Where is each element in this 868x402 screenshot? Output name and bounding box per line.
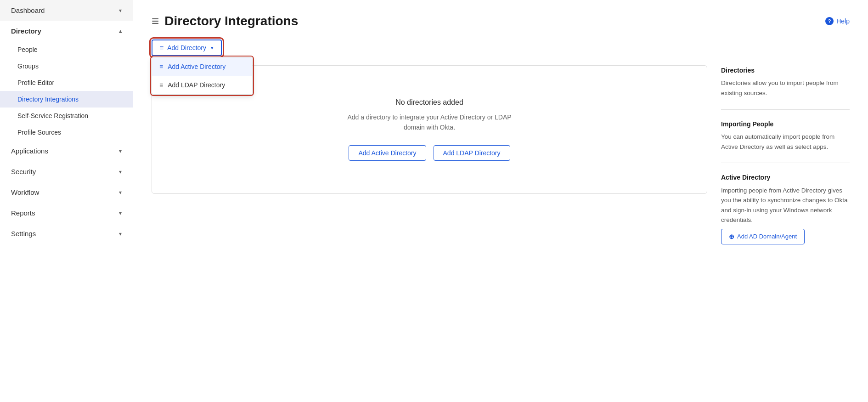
right-section-importing-people: Importing People You can automatically i… — [721, 119, 850, 152]
chevron-down-icon: ▾ — [119, 210, 122, 216]
right-section-directories-text: Directories allow you to import people f… — [721, 78, 850, 98]
chevron-down-icon: ▾ — [119, 148, 122, 154]
dropdown-item-ldap-directory-label: Add LDAP Directory — [168, 81, 225, 89]
dropdown-item-ldap-directory[interactable]: ≡ Add LDAP Directory — [152, 76, 252, 94]
sidebar-label-reports: Reports — [11, 209, 35, 217]
sidebar-item-groups[interactable]: Groups — [0, 58, 133, 74]
right-panel-divider-2 — [721, 163, 850, 163]
help-link[interactable]: ? Help — [825, 17, 850, 25]
page-title-area: ≡ Directory Integrations — [152, 14, 298, 28]
empty-state-title: No directories added — [395, 98, 463, 107]
right-section-directories-title: Directories — [721, 65, 850, 75]
chevron-down-icon: ▾ — [119, 7, 122, 14]
sidebar-item-self-service[interactable]: Self-Service Registration — [0, 108, 133, 124]
dropdown-item-active-directory-label: Add Active Directory — [168, 63, 225, 70]
plus-icon: ⊕ — [729, 233, 734, 240]
chevron-up-icon: ▴ — [119, 28, 122, 34]
add-active-directory-button[interactable]: Add Active Directory — [349, 145, 426, 161]
empty-state-actions: Add Active Directory Add LDAP Directory — [349, 145, 510, 161]
sidebar-item-directory[interactable]: Directory ▴ — [0, 21, 133, 41]
sidebar-item-profile-editor[interactable]: Profile Editor — [0, 74, 133, 91]
right-section-importing-text: You can automatically import people from… — [721, 132, 850, 152]
directory-integrations-icon: ≡ — [152, 14, 159, 28]
add-ad-domain-agent-button[interactable]: ⊕ Add AD Domain/Agent — [721, 229, 805, 244]
chevron-down-icon: ▾ — [119, 189, 122, 196]
sidebar-item-people[interactable]: People — [0, 41, 133, 58]
sidebar: Dashboard ▾ Directory ▴ People Groups Pr… — [0, 0, 133, 402]
right-section-importing-title: Importing People — [721, 119, 850, 129]
page-title: Directory Integrations — [164, 14, 298, 28]
sidebar-label-settings: Settings — [11, 230, 36, 238]
sidebar-item-reports[interactable]: Reports ▾ — [0, 203, 133, 223]
sidebar-item-security[interactable]: Security ▾ — [0, 161, 133, 182]
sidebar-label-applications: Applications — [11, 147, 48, 155]
sidebar-label-workflow: Workflow — [11, 188, 39, 196]
right-panel: Directories Directories allow you to imp… — [721, 65, 850, 255]
page-header: ≡ Directory Integrations ? Help — [152, 14, 850, 28]
toolbar: ≡ Add Directory ▾ ≡ Add Active Directory… — [152, 40, 850, 56]
sidebar-item-directory-integrations[interactable]: Directory Integrations — [0, 91, 133, 108]
right-section-ad-title: Active Directory — [721, 172, 850, 182]
dropdown-chevron-icon: ▾ — [211, 45, 214, 51]
main-content: ≡ Directory Integrations ? Help ≡ Add Di… — [133, 0, 868, 402]
sidebar-label-directory: Directory — [11, 27, 41, 35]
sidebar-item-workflow[interactable]: Workflow ▾ — [0, 182, 133, 203]
right-section-directories: Directories Directories allow you to imp… — [721, 65, 850, 98]
active-directory-menu-icon: ≡ — [159, 63, 163, 70]
add-ad-btn-label: Add AD Domain/Agent — [737, 233, 797, 240]
empty-state-description: Add a directory to integrate your Active… — [342, 112, 517, 133]
content-area: No directories added Add a directory to … — [152, 65, 850, 255]
sidebar-label-dashboard: Dashboard — [11, 6, 45, 14]
add-ldap-directory-button[interactable]: Add LDAP Directory — [434, 145, 510, 161]
help-icon: ? — [825, 17, 834, 25]
add-directory-label: Add Directory — [167, 44, 206, 51]
help-label: Help — [836, 17, 850, 25]
right-section-active-directory: Active Directory Importing people from A… — [721, 172, 850, 244]
right-section-ad-text: Importing people from Active Directory g… — [721, 186, 850, 225]
chevron-down-icon: ▾ — [119, 169, 122, 175]
sidebar-item-applications[interactable]: Applications ▾ — [0, 141, 133, 161]
ldap-directory-menu-icon: ≡ — [159, 81, 163, 89]
right-panel-divider-1 — [721, 109, 850, 110]
chevron-down-icon: ▾ — [119, 231, 122, 237]
add-directory-button[interactable]: ≡ Add Directory ▾ — [152, 40, 222, 56]
add-directory-dropdown: ≡ Add Active Directory ≡ Add LDAP Direct… — [152, 57, 253, 95]
sidebar-item-dashboard[interactable]: Dashboard ▾ — [0, 0, 133, 21]
sidebar-item-profile-sources[interactable]: Profile Sources — [0, 124, 133, 141]
add-directory-icon: ≡ — [160, 44, 163, 51]
dropdown-item-active-directory[interactable]: ≡ Add Active Directory — [152, 57, 252, 76]
sidebar-item-settings[interactable]: Settings ▾ — [0, 223, 133, 244]
sidebar-label-security: Security — [11, 168, 36, 176]
